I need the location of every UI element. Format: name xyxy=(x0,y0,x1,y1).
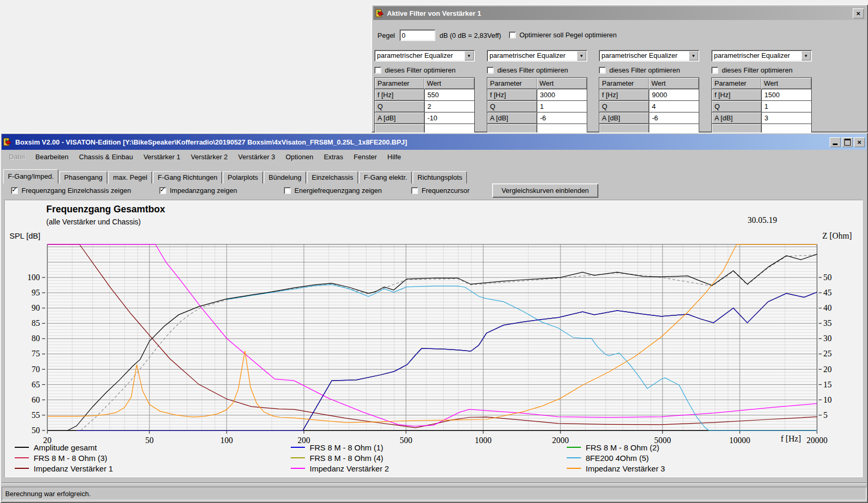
menu-bearbeiten[interactable]: Bearbeiten xyxy=(30,151,74,162)
filter-type-select[interactable]: parametrischer Equalizer▼ xyxy=(374,50,475,61)
check-icon: ✓ xyxy=(160,186,166,193)
status-text: Berechnung war erfolgreich. xyxy=(5,490,91,498)
legend-label: FRS 8 M - 8 Ohm (2) xyxy=(586,443,659,452)
tab-f-gang-imped-[interactable]: F-Gang/Imped. xyxy=(3,169,58,183)
value-cell xyxy=(761,124,811,132)
table-header-row: ParameterWert xyxy=(712,78,811,89)
menu-hilfe[interactable]: Hilfe xyxy=(382,151,406,162)
legend-swatch xyxy=(567,447,581,448)
value-cell[interactable]: 1 xyxy=(761,101,811,112)
toolbar-checkbox-label: Frequenzcursor xyxy=(422,187,469,194)
menu-fenster[interactable]: Fenster xyxy=(349,151,382,162)
filter-type-select[interactable]: parametrischer Equalizer▼ xyxy=(487,50,587,61)
legend-swatch xyxy=(567,457,581,458)
value-cell[interactable]: 3 xyxy=(761,112,811,124)
header-wert: Wert xyxy=(761,78,811,89)
optimize-filter-checkbox[interactable] xyxy=(487,67,494,74)
chevron-down-icon[interactable]: ▼ xyxy=(801,51,811,60)
toolbar-checkbox[interactable]: ✓ xyxy=(11,187,18,194)
menu-extras[interactable]: Extras xyxy=(319,151,349,162)
legend-swatch xyxy=(15,468,29,469)
svg-text:35: 35 xyxy=(823,319,832,327)
value-cell[interactable]: 9000 xyxy=(649,89,699,100)
value-cell[interactable]: -6 xyxy=(649,112,699,124)
optimize-filter-checkbox[interactable] xyxy=(374,67,381,74)
optimize-filter-checkbox[interactable] xyxy=(711,67,718,74)
param-cell: f [Hz] xyxy=(599,89,649,100)
value-cell[interactable]: 2 xyxy=(424,101,474,112)
tab-b-ndelung[interactable]: Bündelung xyxy=(264,171,306,183)
svg-text:45: 45 xyxy=(823,288,832,297)
menu-verst-rker-3[interactable]: Verstärker 3 xyxy=(233,151,280,162)
minimize-icon[interactable] xyxy=(830,137,841,147)
tab-richtungsplots[interactable]: Richtungsplots xyxy=(413,171,467,183)
svg-text:100: 100 xyxy=(220,436,233,445)
tab-polarplots[interactable]: Polarplots xyxy=(223,171,263,183)
window-titlebar[interactable]: Boxsim V2.00 - VISATON-Edition [Y:\BikeS… xyxy=(2,134,866,150)
value-cell[interactable]: 4 xyxy=(649,101,699,112)
toolbar-option: Frequenzcursor xyxy=(411,187,469,194)
chevron-down-icon[interactable]: ▼ xyxy=(464,51,474,60)
legend-item: FRS 8 M - 8 Ohm (4) xyxy=(291,453,383,463)
dialog-close-icon[interactable]: × xyxy=(853,8,864,18)
menu-verst-rker-1[interactable]: Verstärker 1 xyxy=(138,151,186,162)
value-cell[interactable]: 1 xyxy=(537,101,587,112)
value-cell[interactable]: 550 xyxy=(424,89,474,100)
header-parameter: Parameter xyxy=(712,78,761,89)
check-icon: ✓ xyxy=(12,186,17,193)
options-toolbar: Vergleichskurven einblenden ✓Frequenzgan… xyxy=(2,183,866,199)
dialog-titlebar[interactable]: Aktive Filter von Verstärker 1 × xyxy=(373,6,866,20)
table-row: Q2 xyxy=(375,101,474,112)
chevron-down-icon[interactable]: ▼ xyxy=(689,51,698,60)
menu-optionen[interactable]: Optionen xyxy=(280,151,319,162)
toolbar-checkbox[interactable]: ✓ xyxy=(159,187,166,194)
toolbar-checkbox[interactable] xyxy=(284,187,291,194)
legend-label: FRS 8 M - 8 Ohm (3) xyxy=(34,454,107,463)
value-cell[interactable]: -6 xyxy=(537,112,587,124)
tab-max-pegel[interactable]: max. Pegel xyxy=(108,171,152,183)
tab-phasengang[interactable]: Phasengang xyxy=(59,171,107,183)
table-header-row: ParameterWert xyxy=(375,78,474,89)
chevron-down-icon[interactable]: ▼ xyxy=(577,51,586,60)
svg-text:50: 50 xyxy=(32,426,40,435)
table-row-partial xyxy=(375,124,474,132)
table-row: f [Hz]1500 xyxy=(712,89,811,101)
table-row: f [Hz]550 xyxy=(375,89,474,101)
pegel-input[interactable] xyxy=(400,29,435,41)
menu-chassis-einbau[interactable]: Chassis & Einbau xyxy=(74,151,138,162)
table-row: A [dB]3 xyxy=(712,112,811,124)
table-row: A [dB]-6 xyxy=(599,112,699,124)
optimize-filter-checkbox[interactable] xyxy=(599,67,606,74)
filter-type-select[interactable]: parametrischer Equalizer▼ xyxy=(711,50,812,61)
table-row: A [dB]-10 xyxy=(375,112,474,124)
filter-column-3: parametrischer Equalizer▼dieses Filter o… xyxy=(599,50,699,132)
filter-column-1: parametrischer Equalizer▼dieses Filter o… xyxy=(374,50,475,132)
toolbar-option: ✓Frequenzgang Einzelchassis zeigen xyxy=(11,187,131,194)
svg-text:25: 25 xyxy=(823,349,832,358)
svg-text:60: 60 xyxy=(32,395,40,404)
filter-type-value: parametrischer Equalizer xyxy=(601,52,678,59)
menu-bar: DateiBearbeitenChassis & EinbauVerstärke… xyxy=(2,150,866,163)
filter-type-select[interactable]: parametrischer Equalizer▼ xyxy=(599,50,699,61)
tab-f-gang-elektr-[interactable]: F-Gang elektr. xyxy=(359,171,412,183)
legend-swatch xyxy=(15,457,29,458)
legend-label: FRS 8 M - 8 Ohm (4) xyxy=(310,454,383,463)
tab-einzelchassis[interactable]: Einzelchassis xyxy=(307,171,358,183)
optimize-filter-option: dieses Filter optimieren xyxy=(599,66,699,74)
optimize-filter-label: dieses Filter optimieren xyxy=(497,66,568,74)
tab-f-gang-richtungen[interactable]: F-Gang Richtungen xyxy=(153,171,222,183)
toolbar-option: Energiefrequenzgang zeigen xyxy=(284,187,382,194)
svg-text:10000: 10000 xyxy=(729,436,750,445)
menu-datei: Datei xyxy=(4,151,30,162)
value-cell[interactable]: -10 xyxy=(424,112,474,124)
optimize-filter-option: dieses Filter optimieren xyxy=(487,66,587,74)
compare-curves-button[interactable]: Vergleichskurven einblenden xyxy=(492,183,598,198)
toolbar-checkbox[interactable] xyxy=(411,187,418,194)
menu-verst-rker-2[interactable]: Verstärker 2 xyxy=(186,151,233,162)
value-cell[interactable]: 3000 xyxy=(537,89,587,100)
maximize-icon[interactable] xyxy=(842,137,853,147)
boxsim-icon xyxy=(3,138,12,146)
optimize-level-checkbox[interactable] xyxy=(509,32,516,38)
close-icon[interactable]: × xyxy=(854,137,865,147)
value-cell[interactable]: 1500 xyxy=(761,89,811,100)
